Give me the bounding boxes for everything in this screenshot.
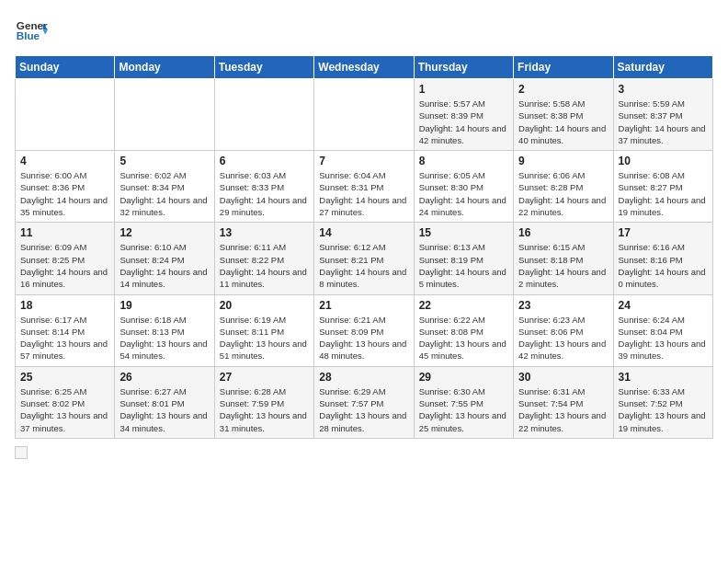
calendar-cell: 17Sunrise: 6:16 AM Sunset: 8:16 PM Dayli…: [613, 223, 712, 294]
calendar-cell: 25Sunrise: 6:25 AM Sunset: 8:02 PM Dayli…: [16, 366, 115, 438]
day-number: 25: [20, 371, 109, 384]
calendar-week-4: 18Sunrise: 6:17 AM Sunset: 8:14 PM Dayli…: [16, 294, 713, 366]
day-number: 13: [220, 226, 309, 239]
calendar-cell: 29Sunrise: 6:30 AM Sunset: 7:55 PM Dayli…: [414, 366, 513, 438]
logo: General Blue: [15, 15, 48, 48]
day-info: Sunrise: 6:29 AM Sunset: 7:57 PM Dayligh…: [319, 385, 408, 434]
calendar-week-1: 1Sunrise: 5:57 AM Sunset: 8:39 PM Daylig…: [16, 79, 713, 151]
day-info: Sunrise: 5:58 AM Sunset: 8:38 PM Dayligh…: [518, 98, 608, 146]
day-number: 18: [20, 299, 109, 312]
footer: [15, 446, 713, 459]
weekday-header-thursday: Thursday: [414, 56, 513, 79]
day-number: 29: [419, 371, 508, 384]
calendar-cell: 13Sunrise: 6:11 AM Sunset: 8:22 PM Dayli…: [214, 223, 313, 294]
day-number: 4: [20, 155, 109, 167]
calendar-cell: 9Sunrise: 6:06 AM Sunset: 8:28 PM Daylig…: [514, 151, 613, 223]
day-number: 21: [319, 299, 408, 312]
day-info: Sunrise: 6:09 AM Sunset: 8:25 PM Dayligh…: [20, 241, 109, 290]
day-info: Sunrise: 6:30 AM Sunset: 7:55 PM Dayligh…: [419, 385, 508, 434]
day-info: Sunrise: 6:24 AM Sunset: 8:04 PM Dayligh…: [619, 314, 708, 362]
calendar-week-5: 25Sunrise: 6:25 AM Sunset: 8:02 PM Dayli…: [16, 366, 713, 438]
day-info: Sunrise: 6:08 AM Sunset: 8:27 PM Dayligh…: [619, 169, 708, 218]
weekday-header-tuesday: Tuesday: [214, 56, 313, 79]
weekday-header-saturday: Saturday: [613, 56, 712, 79]
weekday-header-wednesday: Wednesday: [314, 56, 414, 79]
day-info: Sunrise: 6:33 AM Sunset: 7:52 PM Dayligh…: [619, 385, 708, 434]
calendar-cell: 21Sunrise: 6:21 AM Sunset: 8:09 PM Dayli…: [314, 294, 414, 366]
day-info: Sunrise: 6:22 AM Sunset: 8:08 PM Dayligh…: [419, 314, 508, 362]
svg-text:Blue: Blue: [17, 29, 40, 41]
calendar-cell: [314, 79, 414, 151]
day-info: Sunrise: 6:28 AM Sunset: 7:59 PM Dayligh…: [220, 385, 309, 434]
calendar-cell: 10Sunrise: 6:08 AM Sunset: 8:27 PM Dayli…: [613, 151, 712, 223]
day-number: 7: [319, 155, 408, 167]
day-number: 27: [220, 371, 309, 384]
calendar-cell: 26Sunrise: 6:27 AM Sunset: 8:01 PM Dayli…: [115, 366, 214, 438]
day-info: Sunrise: 6:11 AM Sunset: 8:22 PM Dayligh…: [220, 241, 309, 290]
day-info: Sunrise: 6:27 AM Sunset: 8:01 PM Dayligh…: [119, 385, 209, 434]
calendar-cell: 3Sunrise: 5:59 AM Sunset: 8:37 PM Daylig…: [613, 79, 712, 151]
svg-marker-3: [43, 29, 48, 34]
day-number: 24: [619, 299, 708, 312]
day-info: Sunrise: 6:00 AM Sunset: 8:36 PM Dayligh…: [20, 169, 109, 218]
day-number: 17: [619, 226, 708, 239]
day-info: Sunrise: 6:04 AM Sunset: 8:31 PM Dayligh…: [319, 169, 408, 218]
weekday-header-sunday: Sunday: [16, 56, 115, 79]
day-number: 15: [419, 226, 508, 239]
daylight-box-icon: [15, 446, 28, 459]
calendar-cell: 28Sunrise: 6:29 AM Sunset: 7:57 PM Dayli…: [314, 366, 414, 438]
day-info: Sunrise: 6:23 AM Sunset: 8:06 PM Dayligh…: [518, 314, 608, 362]
calendar-cell: 27Sunrise: 6:28 AM Sunset: 7:59 PM Dayli…: [214, 366, 313, 438]
calendar-cell: 14Sunrise: 6:12 AM Sunset: 8:21 PM Dayli…: [314, 223, 414, 294]
calendar-cell: 8Sunrise: 6:05 AM Sunset: 8:30 PM Daylig…: [414, 151, 513, 223]
day-number: 8: [419, 155, 508, 167]
day-number: 20: [220, 299, 309, 312]
day-number: 1: [419, 83, 508, 96]
calendar-cell: 6Sunrise: 6:03 AM Sunset: 8:33 PM Daylig…: [214, 151, 313, 223]
day-number: 23: [518, 299, 608, 312]
calendar-cell: 12Sunrise: 6:10 AM Sunset: 8:24 PM Dayli…: [115, 223, 214, 294]
day-info: Sunrise: 6:12 AM Sunset: 8:21 PM Dayligh…: [319, 241, 408, 290]
calendar-week-2: 4Sunrise: 6:00 AM Sunset: 8:36 PM Daylig…: [16, 151, 713, 223]
day-number: 12: [119, 226, 209, 239]
day-info: Sunrise: 6:21 AM Sunset: 8:09 PM Dayligh…: [319, 314, 408, 362]
weekday-header-monday: Monday: [115, 56, 214, 79]
day-info: Sunrise: 6:18 AM Sunset: 8:13 PM Dayligh…: [119, 314, 209, 362]
weekday-header-friday: Friday: [514, 56, 613, 79]
calendar-cell: 19Sunrise: 6:18 AM Sunset: 8:13 PM Dayli…: [115, 294, 214, 366]
day-number: 3: [619, 83, 708, 96]
page-header: General Blue: [15, 15, 713, 48]
day-info: Sunrise: 6:06 AM Sunset: 8:28 PM Dayligh…: [518, 169, 608, 218]
calendar-table: SundayMondayTuesdayWednesdayThursdayFrid…: [15, 55, 713, 439]
weekday-header-row: SundayMondayTuesdayWednesdayThursdayFrid…: [16, 56, 713, 79]
day-number: 11: [20, 226, 109, 239]
calendar-cell: 16Sunrise: 6:15 AM Sunset: 8:18 PM Dayli…: [514, 223, 613, 294]
day-number: 31: [619, 371, 708, 384]
calendar-cell: 2Sunrise: 5:58 AM Sunset: 8:38 PM Daylig…: [514, 79, 613, 151]
day-number: 6: [220, 155, 309, 167]
day-info: Sunrise: 6:02 AM Sunset: 8:34 PM Dayligh…: [119, 169, 209, 218]
day-number: 28: [319, 371, 408, 384]
calendar-cell: [214, 79, 313, 151]
logo-icon: General Blue: [15, 15, 48, 48]
day-info: Sunrise: 6:13 AM Sunset: 8:19 PM Dayligh…: [419, 241, 508, 290]
day-info: Sunrise: 6:17 AM Sunset: 8:14 PM Dayligh…: [20, 314, 109, 362]
day-info: Sunrise: 5:57 AM Sunset: 8:39 PM Dayligh…: [419, 98, 508, 146]
day-info: Sunrise: 6:15 AM Sunset: 8:18 PM Dayligh…: [518, 241, 608, 290]
calendar-cell: 22Sunrise: 6:22 AM Sunset: 8:08 PM Dayli…: [414, 294, 513, 366]
day-number: 30: [518, 371, 608, 384]
day-number: 2: [518, 83, 608, 96]
day-info: Sunrise: 6:25 AM Sunset: 8:02 PM Dayligh…: [20, 385, 109, 434]
day-info: Sunrise: 5:59 AM Sunset: 8:37 PM Dayligh…: [619, 98, 708, 146]
calendar-cell: 11Sunrise: 6:09 AM Sunset: 8:25 PM Dayli…: [16, 223, 115, 294]
calendar-cell: 4Sunrise: 6:00 AM Sunset: 8:36 PM Daylig…: [16, 151, 115, 223]
calendar-cell: 18Sunrise: 6:17 AM Sunset: 8:14 PM Dayli…: [16, 294, 115, 366]
calendar-cell: [115, 79, 214, 151]
calendar-cell: 1Sunrise: 5:57 AM Sunset: 8:39 PM Daylig…: [414, 79, 513, 151]
day-number: 16: [518, 226, 608, 239]
calendar-cell: 24Sunrise: 6:24 AM Sunset: 8:04 PM Dayli…: [613, 294, 712, 366]
calendar-cell: [16, 79, 115, 151]
day-number: 26: [119, 371, 209, 384]
calendar-cell: 31Sunrise: 6:33 AM Sunset: 7:52 PM Dayli…: [613, 366, 712, 438]
calendar-cell: 23Sunrise: 6:23 AM Sunset: 8:06 PM Dayli…: [514, 294, 613, 366]
